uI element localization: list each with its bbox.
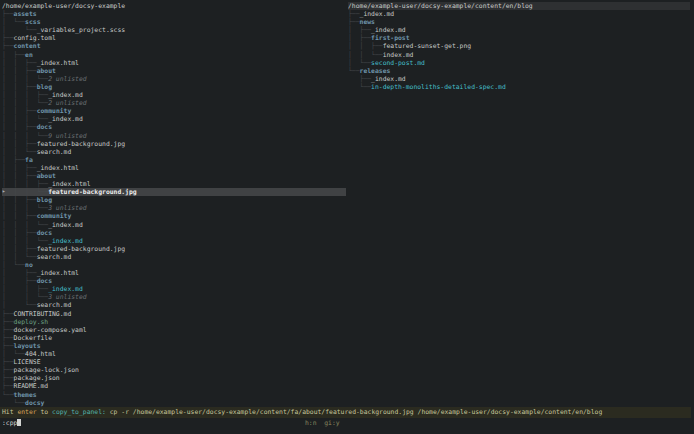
tree-branch-lines: ├──: [2, 358, 14, 366]
tree-branch-lines: │ └──: [2, 18, 25, 26]
file-name: featured-background.jpg: [48, 188, 137, 196]
tree-row[interactable]: │ │ │ └──2 unlisted: [2, 75, 346, 83]
tree-branch-lines: │ │ │ └──: [2, 115, 48, 123]
tree-row[interactable]: │ │ ├──blog: [2, 196, 346, 204]
tree-branch-lines: ├──: [2, 382, 14, 390]
tree-row[interactable]: │ │ │ └──_index.md: [2, 237, 346, 245]
tree-branch-lines: │ │ ├──: [2, 245, 37, 253]
tree-row[interactable]: │ └──second-post.md: [348, 59, 690, 67]
tree-row[interactable]: │ └──404.html: [2, 350, 346, 358]
tree-row[interactable]: │ │ └──3 unlisted: [2, 293, 346, 301]
file-name: _index.md: [371, 75, 406, 83]
tree-branch-lines: │ │ ├──: [348, 42, 383, 50]
unlisted-count: 2 unlisted: [48, 99, 86, 107]
tree-row[interactable]: ├──layouts: [2, 342, 346, 350]
status-hit-text: Hit: [2, 408, 17, 416]
tree-row[interactable]: │ │ │ ├──_index.html: [2, 180, 346, 188]
tree-row[interactable]: ├──README.md: [2, 382, 346, 390]
tree-row[interactable]: ├──_index.md: [348, 10, 690, 18]
file-name: deploy.sh: [14, 318, 49, 326]
tree-row[interactable]: ├──config.toml: [2, 34, 346, 42]
tree-row[interactable]: │ ├──_index.html: [2, 269, 346, 277]
tree-branch-lines: ├──: [2, 326, 14, 334]
tree-row[interactable]: ├──news: [348, 18, 690, 26]
tree-row[interactable]: ├──assets: [2, 10, 346, 18]
command-input-row[interactable]: :cpph:n gi:y: [2, 419, 692, 429]
file-name: _index.md: [371, 26, 406, 34]
tree-branch-lines: ├──: [2, 318, 14, 326]
tree-row[interactable]: │ │ ├──featured-background.jpg: [2, 245, 346, 253]
status-to-text: to: [37, 408, 52, 416]
tree-row[interactable]: │ │ ├──community: [2, 212, 346, 220]
tree-row[interactable]: │ │ └──search.md: [2, 148, 346, 156]
tree-row[interactable]: │ │ │ ├──_index.md: [2, 91, 346, 99]
file-name: _index.html: [37, 59, 79, 67]
tree-row[interactable]: │ ├──en: [2, 51, 346, 59]
tree-branch-lines: │ │ ├──: [2, 164, 37, 172]
tree-row[interactable]: │ │ └──search.md: [2, 253, 346, 261]
tree-row[interactable]: │ │ ├──docs: [2, 229, 346, 237]
tree-branch-lines: │ │ ├──: [2, 107, 37, 115]
tree-row[interactable]: ├──docker-compose.yaml: [2, 326, 346, 334]
unlisted-count: 2 unlisted: [48, 75, 86, 83]
tree-branch-lines: └──: [348, 67, 360, 75]
tree-branch-lines: │ │ └──: [2, 148, 37, 156]
tree-row[interactable]: │ │ ├──featured-background.jpg: [2, 140, 346, 148]
tree-row[interactable]: │ └──no: [2, 261, 346, 269]
tree-row[interactable]: ├──package.json: [2, 374, 346, 382]
tree-row[interactable]: │ └──_variables_project.scss: [2, 26, 346, 34]
tree-row[interactable]: │ │ ├──_index.html: [2, 59, 346, 67]
tree-row[interactable]: ├──LICENSE: [2, 358, 346, 366]
tree-row[interactable]: ├──CONTRIBUTING.md: [2, 310, 346, 318]
tree-row[interactable]: │ │ │ └──2 unlisted: [2, 99, 346, 107]
tree-row[interactable]: │ ├──first-post: [348, 34, 690, 42]
tree-row[interactable]: │ │ │ └──_index.md: [2, 221, 346, 229]
unlisted-count: 9 unlisted: [48, 132, 86, 140]
tree-row[interactable]: │ │ │ └──3 unlisted: [2, 204, 346, 212]
tree-row[interactable]: ├──package-lock.json: [2, 366, 346, 374]
tree-row[interactable]: │ └──search.md: [2, 301, 346, 309]
status-verb-name: copy_to_panel:: [52, 408, 106, 416]
tree-row[interactable]: └──releases: [348, 67, 690, 75]
tree-row[interactable]: ├──content: [2, 42, 346, 50]
tree-branch-lines: │ └──: [2, 26, 37, 34]
file-name: README.md: [14, 382, 49, 390]
tree-row[interactable]: └──themes: [2, 391, 346, 399]
file-name: _index.html: [37, 164, 79, 172]
tree-row[interactable]: └──docsy: [2, 399, 346, 407]
tree-row[interactable]: │ │ ├──docs: [2, 123, 346, 131]
tree-row[interactable]: │ │ └──index.md: [348, 51, 690, 59]
file-name: second-post.md: [371, 59, 425, 67]
tree-branch-lines: │ │ ├──: [2, 140, 37, 148]
tree-row[interactable]: │ ├──docs: [2, 277, 346, 285]
tree-row[interactable]: ├──Dockerfile: [2, 334, 346, 342]
tree-row[interactable]: ├──_index.md: [348, 75, 690, 83]
right-tree: ├──_index.md├──news│ ├──_index.md│ ├──fi…: [348, 10, 690, 91]
tree-row[interactable]: │ │ │ └──9 unlisted: [2, 132, 346, 140]
tree-row[interactable]: │ └──scss: [2, 18, 346, 26]
tree-row[interactable]: │ │ ├──_index.html: [2, 164, 346, 172]
tree-row[interactable]: │ │ ├──about: [2, 172, 346, 180]
tree-row[interactable]: │ │ ├──community: [2, 107, 346, 115]
directory-name: fa: [25, 156, 33, 164]
tree-row[interactable]: │ │ │ └──_index.md: [2, 115, 346, 123]
tree-row[interactable]: │ │ ├──blog: [2, 83, 346, 91]
tree-branch-lines: ├──: [2, 366, 14, 374]
left-panel-root-path: /home/example-user/docsy-example: [2, 2, 346, 10]
tree-row[interactable]: │ │ ├──_index.md: [2, 285, 346, 293]
tree-row[interactable]: │ │ ├──featured-sunset-get.png: [348, 42, 690, 50]
tree-row[interactable]: │ │ │ └──featured-background.jpg▸: [2, 188, 346, 196]
tree-row[interactable]: └──in-depth-monoliths-detailed-spec.md: [348, 83, 690, 91]
tree-row[interactable]: │ ├──_index.md: [348, 26, 690, 34]
tree-branch-lines: │ │ └──: [348, 51, 383, 59]
tree-row[interactable]: │ │ ├──about: [2, 67, 346, 75]
tree-row[interactable]: ├──deploy.sh: [2, 318, 346, 326]
file-name: _variables_project.scss: [37, 26, 126, 34]
tree-branch-lines: │ │ ├──: [2, 83, 37, 91]
command-input-value[interactable]: :cpp: [2, 419, 17, 427]
tree-branch-lines: │ │ ├──: [2, 172, 37, 180]
tree-branch-lines: ├──: [2, 34, 14, 42]
tree-row[interactable]: │ ├──fa: [2, 156, 346, 164]
file-name: package-lock.json: [14, 366, 79, 374]
unlisted-count: 3 unlisted: [48, 293, 86, 301]
